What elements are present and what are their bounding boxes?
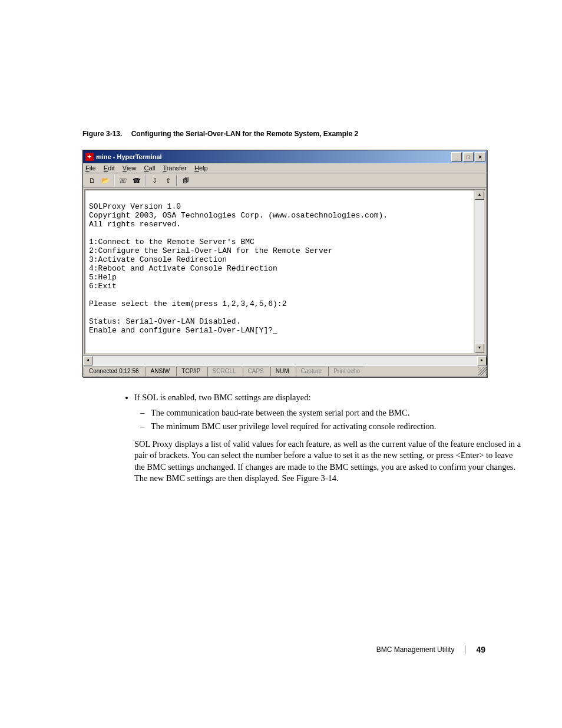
menu-help[interactable]: Help <box>194 164 208 172</box>
resize-grip-icon[interactable] <box>478 367 487 375</box>
terminal-output[interactable]: SOLProxy Version 1.0 Copyright 2003, OSA… <box>84 189 475 354</box>
separator <box>145 174 146 186</box>
send-icon[interactable]: ⇩ <box>148 174 161 186</box>
status-emulation: ANSIW <box>146 367 176 377</box>
menu-transfer[interactable]: Transfer <box>163 164 187 172</box>
figure-label: Figure 3-13. <box>82 130 122 138</box>
paragraph: SOL Proxy displays a list of valid value… <box>134 439 524 485</box>
menubar: File Edit View Call Transfer Help <box>83 163 487 173</box>
scroll-left-icon[interactable]: ◂ <box>83 356 92 365</box>
vertical-scrollbar[interactable]: ▴ ▾ <box>475 189 485 354</box>
status-scroll: SCROLL <box>207 367 242 377</box>
body-text: If SOL is enabled, two BMC settings are … <box>124 392 524 485</box>
maximize-button[interactable]: □ <box>463 152 474 162</box>
scroll-track[interactable] <box>92 356 477 365</box>
footer-section: BMC Management Utility <box>376 645 455 654</box>
properties-icon[interactable]: 🗐 <box>179 174 192 186</box>
status-caps: CAPS <box>243 367 269 377</box>
menu-file[interactable]: File <box>85 164 96 172</box>
menu-view[interactable]: View <box>123 164 137 172</box>
hyperterminal-window: ✦ mine - HyperTerminal _ □ × File Edit V… <box>82 150 487 377</box>
disconnect-icon[interactable]: ☎ <box>130 174 143 186</box>
open-icon[interactable]: 📂 <box>99 174 112 186</box>
figure-caption: Figure 3-13. Configuring the Serial-Over… <box>82 130 521 138</box>
status-capture: Capture <box>296 367 328 377</box>
horizontal-scrollbar[interactable]: ◂ ▸ <box>83 355 487 365</box>
sub-list-item: The communication baud-rate between the … <box>151 407 524 419</box>
figure-title: Configuring the Serial-Over-LAN for the … <box>131 130 358 138</box>
scroll-up-icon[interactable]: ▴ <box>475 190 484 200</box>
connect-icon[interactable]: ☏ <box>117 174 130 186</box>
window-title: mine - HyperTerminal <box>96 153 162 160</box>
bullet-text: If SOL is enabled, two BMC settings are … <box>134 393 311 402</box>
footer-divider <box>465 645 465 654</box>
toolbar: 🗋 📂 ☏ ☎ ⇩ ⇧ 🗐 <box>83 173 487 188</box>
list-item: If SOL is enabled, two BMC settings are … <box>134 392 524 433</box>
menu-call[interactable]: Call <box>144 164 156 172</box>
titlebar[interactable]: ✦ mine - HyperTerminal _ □ × <box>83 150 487 163</box>
status-protocol: TCP/IP <box>176 367 206 377</box>
app-icon: ✦ <box>85 153 94 161</box>
status-connected: Connected 0:12:56 <box>84 367 144 377</box>
scroll-right-icon[interactable]: ▸ <box>477 356 487 365</box>
page-footer: BMC Management Utility 49 <box>376 645 485 654</box>
statusbar: Connected 0:12:56 ANSIW TCP/IP SCROLL CA… <box>83 365 487 377</box>
sub-list-item: The minimum BMC user privilege level req… <box>151 421 524 433</box>
receive-icon[interactable]: ⇧ <box>161 174 174 186</box>
close-button[interactable]: × <box>475 152 485 162</box>
new-file-icon[interactable]: 🗋 <box>85 174 98 186</box>
status-printecho: Print echo <box>328 367 365 377</box>
menu-edit[interactable]: Edit <box>104 164 115 172</box>
separator <box>176 174 177 186</box>
scroll-down-icon[interactable]: ▾ <box>475 344 484 353</box>
status-num: NUM <box>270 367 295 377</box>
separator <box>114 174 115 186</box>
minimize-button[interactable]: _ <box>451 152 462 162</box>
page-number: 49 <box>476 645 485 654</box>
scroll-track[interactable] <box>475 200 484 344</box>
